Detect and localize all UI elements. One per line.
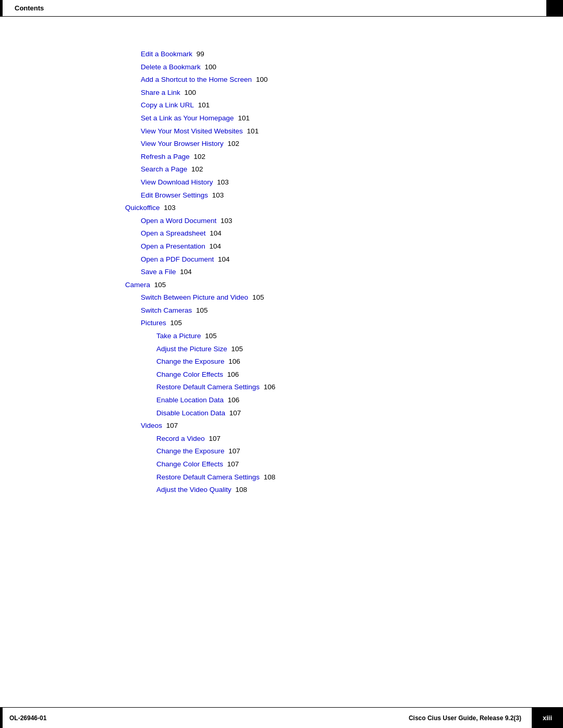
toc-link[interactable]: Open a Presentation — [141, 242, 205, 250]
toc-page-num: 108 — [234, 486, 247, 493]
toc-link[interactable]: View Download History — [141, 178, 213, 186]
toc-page-num: 106 — [226, 396, 239, 404]
toc-item: View Your Browser History 102 — [141, 138, 563, 150]
toc-page-num: 107 — [227, 409, 241, 417]
toc-item: Open a Word Document 103 — [141, 215, 563, 227]
toc-page-num: 105 — [168, 319, 182, 327]
toc-link[interactable]: Open a PDF Document — [141, 255, 214, 263]
toc-item: Refresh a Page 102 — [141, 151, 563, 163]
toc-link[interactable]: Switch Cameras — [141, 306, 192, 314]
toc-item: Add a Shortcut to the Home Screen 100 — [141, 73, 563, 85]
toc-link[interactable]: Open a Spreadsheet — [141, 229, 206, 237]
toc-item: Open a PDF Document 104 — [141, 253, 563, 265]
toc-page-num: 106 — [225, 371, 239, 378]
toc-page-num: 104 — [207, 242, 221, 250]
toc-page-num: 107 — [164, 422, 178, 429]
toc-link[interactable]: Enable Location Data — [156, 396, 224, 404]
toc-item: Switch Between Picture and Video 105 — [141, 291, 563, 303]
toc-link[interactable]: Restore Default Camera Settings — [156, 383, 260, 391]
toc-item: Change the Exposure 107 — [156, 445, 563, 457]
toc-link[interactable]: Quickoffice — [125, 204, 160, 212]
top-bar-square — [546, 0, 563, 17]
toc-page-num: 107 — [227, 447, 240, 455]
toc-link[interactable]: Disable Location Data — [156, 409, 225, 417]
doc-number: OL-26946-01 — [9, 714, 46, 722]
toc-page-num: 100 — [254, 76, 267, 83]
toc-page-num: 108 — [262, 473, 275, 481]
toc-link[interactable]: Edit a Bookmark — [141, 50, 192, 58]
toc-page-num: 105 — [229, 345, 243, 353]
toc-page-num: 103 — [215, 178, 229, 186]
toc-item: Open a Spreadsheet 104 — [141, 227, 563, 239]
toc-page-num: 104 — [208, 229, 222, 237]
toc-link[interactable]: Delete a Bookmark — [141, 63, 201, 71]
toc-page-num: 107 — [207, 435, 221, 442]
toc-item: Change Color Effects 107 — [156, 458, 563, 470]
top-bar-title: Contents — [15, 4, 44, 12]
toc-item: Open a Presentation 104 — [141, 240, 563, 252]
toc-page-num: 105 — [152, 281, 166, 289]
toc-link[interactable]: Switch Between Picture and Video — [141, 293, 248, 301]
bottom-accent — [0, 707, 3, 728]
toc-page-num: 105 — [194, 306, 207, 314]
toc-page-num: 100 — [203, 63, 216, 71]
bottom-bar: OL-26946-01 Cisco Cius User Guide, Relea… — [0, 707, 563, 728]
toc-link[interactable]: Take a Picture — [156, 332, 201, 340]
toc-page-num: 105 — [203, 332, 217, 340]
toc-item: View Download History 103 — [141, 176, 563, 188]
toc-link[interactable]: Videos — [141, 422, 162, 429]
toc-item: Disable Location Data 107 — [156, 407, 563, 419]
toc-item: Take a Picture 105 — [156, 330, 563, 342]
toc-item: Delete a Bookmark 100 — [141, 61, 563, 73]
toc-link[interactable]: Record a Video — [156, 435, 205, 442]
toc-item: Change the Exposure 106 — [156, 355, 563, 367]
toc-link[interactable]: Refresh a Page — [141, 153, 190, 161]
toc-list: Edit a Bookmark 99Delete a Bookmark 100A… — [125, 48, 563, 496]
toc-link[interactable]: Pictures — [141, 319, 166, 327]
toc-item: Edit Browser Settings 103 — [141, 189, 563, 201]
toc-item: Quickoffice 103 — [125, 202, 563, 214]
toc-page-num: 102 — [192, 153, 205, 161]
toc-page-num: 106 — [227, 357, 240, 365]
toc-link[interactable]: Search a Page — [141, 165, 187, 173]
toc-link[interactable]: Change the Exposure — [156, 447, 225, 455]
toc-item: Adjust the Video Quality 108 — [156, 484, 563, 496]
toc-link[interactable]: View Your Browser History — [141, 140, 224, 147]
toc-link[interactable]: Camera — [125, 281, 150, 289]
toc-page-num: 101 — [245, 127, 259, 135]
toc-page-num: 102 — [226, 140, 239, 147]
toc-item: Copy a Link URL 101 — [141, 99, 563, 111]
toc-page-num: 100 — [182, 89, 196, 96]
toc-page-num: 106 — [262, 383, 275, 391]
toc-link[interactable]: Set a Link as Your Homepage — [141, 114, 234, 122]
toc-item: Videos 107 — [141, 419, 563, 431]
toc-link[interactable]: Adjust the Video Quality — [156, 486, 231, 493]
toc-item: View Your Most Visited Websites 101 — [141, 125, 563, 137]
toc-link[interactable]: Adjust the Picture Size — [156, 345, 227, 353]
toc-page-num: 104 — [216, 255, 229, 263]
toc-link[interactable]: Edit Browser Settings — [141, 191, 208, 199]
toc-link[interactable]: Add a Shortcut to the Home Screen — [141, 76, 252, 83]
toc-page-num: 107 — [225, 460, 239, 468]
toc-item: Save a File 104 — [141, 266, 563, 278]
toc-link[interactable]: Change the Exposure — [156, 357, 225, 365]
toc-item: Enable Location Data 106 — [156, 394, 563, 406]
toc-link[interactable]: Change Color Effects — [156, 371, 223, 378]
content-area: Edit a Bookmark 99Delete a Bookmark 100A… — [0, 17, 563, 707]
toc-item: Record a Video 107 — [156, 433, 563, 445]
toc-item: Search a Page 102 — [141, 163, 563, 175]
toc-link[interactable]: Restore Default Camera Settings — [156, 473, 260, 481]
toc-page-num: 104 — [178, 268, 192, 276]
toc-link[interactable]: Open a Word Document — [141, 217, 216, 225]
toc-link[interactable]: Copy a Link URL — [141, 101, 194, 109]
toc-item: Pictures 105 — [141, 317, 563, 329]
toc-item: Switch Cameras 105 — [141, 304, 563, 316]
toc-link[interactable]: Share a Link — [141, 89, 180, 96]
toc-link[interactable]: Change Color Effects — [156, 460, 223, 468]
toc-item: Camera 105 — [125, 279, 563, 291]
toc-link[interactable]: Save a File — [141, 268, 176, 276]
toc-page-num: 99 — [194, 50, 204, 58]
toc-page-num: 101 — [196, 101, 210, 109]
toc-page-num: 103 — [218, 217, 232, 225]
toc-link[interactable]: View Your Most Visited Websites — [141, 127, 243, 135]
